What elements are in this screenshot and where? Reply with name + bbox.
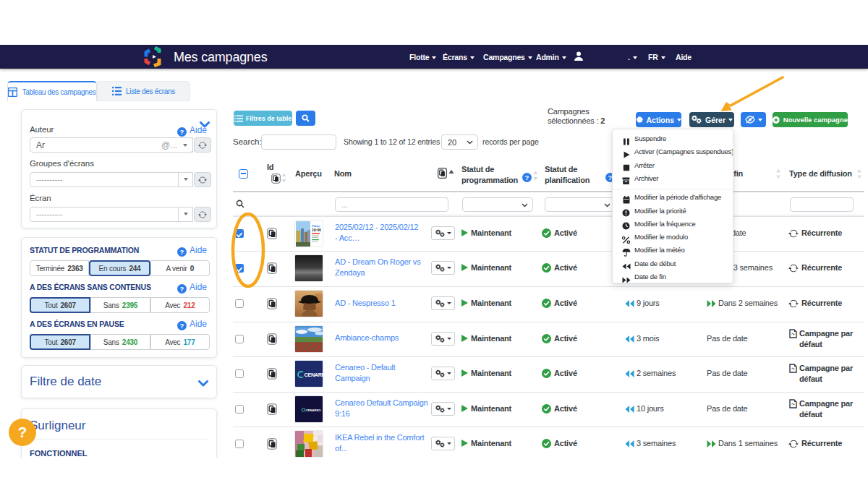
svg-text:CENARE: CENARE bbox=[305, 372, 324, 378]
svg-text:CENAREO: CENAREO bbox=[306, 408, 322, 412]
svg-text:19:40: 19:40 bbox=[312, 227, 321, 231]
